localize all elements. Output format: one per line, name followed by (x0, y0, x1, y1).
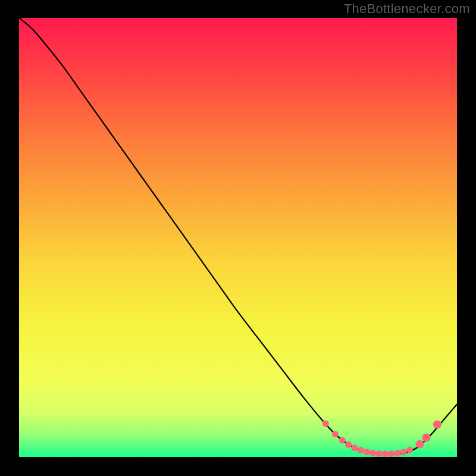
marker-point (339, 437, 346, 443)
marker-point (382, 450, 389, 457)
gradient-background (19, 18, 457, 457)
marker-point (400, 449, 407, 455)
chart-svg (19, 18, 457, 457)
marker-point (351, 444, 358, 451)
marker-point (388, 450, 394, 457)
marker-point (394, 450, 400, 456)
marker-point (345, 441, 352, 448)
marker-point (433, 420, 441, 428)
marker-point (422, 434, 430, 442)
marker-point (364, 449, 370, 455)
marker-point (375, 450, 382, 457)
marker-point (415, 440, 424, 449)
chart-container: TheBottlenecker.com (0, 0, 476, 476)
marker-point (406, 447, 413, 453)
marker-point (358, 447, 364, 453)
plot-area (19, 18, 457, 457)
marker-point (332, 431, 339, 437)
watermark-label: TheBottlenecker.com (344, 1, 470, 17)
marker-point (322, 420, 329, 427)
marker-point (369, 450, 376, 456)
